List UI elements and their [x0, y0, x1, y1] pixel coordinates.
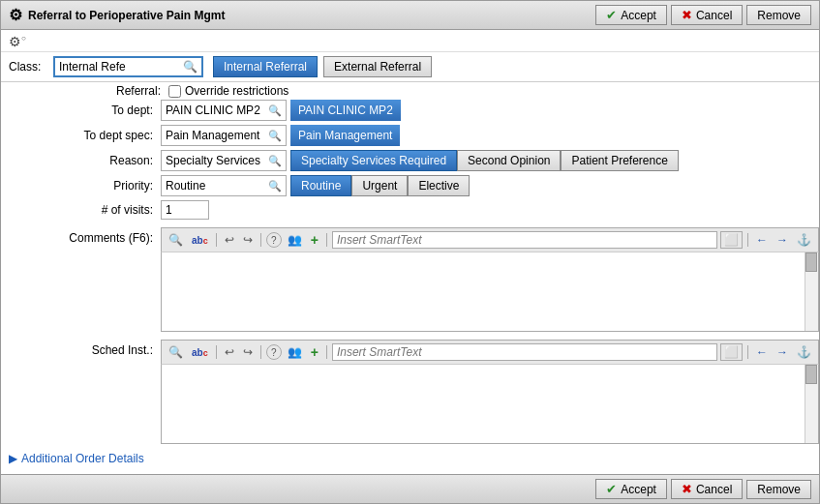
- toolbar-users-icon[interactable]: 👥: [285, 231, 305, 249]
- class-row: Class: 🔍 Internal Referral External Refe…: [1, 52, 819, 82]
- cancel-button-bottom[interactable]: ✖ Cancel: [671, 479, 743, 499]
- remove-button-bottom[interactable]: Remove: [746, 480, 811, 499]
- cancel-button-top[interactable]: ✖ Cancel: [671, 5, 743, 25]
- sched-toolbar-copy-icon[interactable]: ⬜: [720, 343, 743, 361]
- toolbar-divider-4: [747, 233, 748, 247]
- accept-check-icon: ✔: [606, 8, 617, 22]
- comments-label: Comments (F6):: [1, 227, 161, 245]
- title-bar-buttons: ✔ Accept ✖ Cancel Remove: [595, 5, 811, 25]
- comments-text-area[interactable]: [161, 252, 819, 332]
- title-bar: ⚙ Referral to Perioperative Pain Mgmt ✔ …: [1, 1, 819, 30]
- window-title: Referral to Perioperative Pain Mgmt: [28, 9, 225, 22]
- toolbar-arrow-left-icon[interactable]: ←: [753, 231, 771, 249]
- sched-toolbar-undo-icon[interactable]: ↩: [222, 343, 237, 361]
- visits-label: # of visits:: [1, 203, 161, 217]
- to-dept-spec-search-icon: 🔍: [268, 130, 282, 142]
- referral-label: Referral:: [9, 84, 168, 98]
- sched-toolbar-arrow-left-icon[interactable]: ←: [753, 343, 771, 361]
- priority-label: Priority:: [1, 179, 161, 193]
- accept-button-bottom[interactable]: ✔ Accept: [595, 479, 667, 499]
- sched-toolbar-zoom-icon[interactable]: 🔍: [166, 343, 186, 361]
- additional-order-label: Additional Order Details: [21, 452, 144, 465]
- sched-toolbar-text-icon[interactable]: abc: [189, 345, 211, 360]
- referral-row: Referral: Override restrictions: [1, 82, 819, 100]
- toolbar-divider-2: [260, 233, 261, 247]
- sched-toolbar-redo-icon[interactable]: ↪: [240, 343, 256, 361]
- urgent-button[interactable]: Urgent: [351, 175, 408, 196]
- sched-toolbar-divider-4: [747, 345, 748, 359]
- settings-small-icon: ⚙○: [9, 34, 26, 49]
- priority-search-icon: 🔍: [268, 180, 282, 193]
- cancel-x-icon-bottom: ✖: [682, 482, 692, 496]
- routine-button[interactable]: Routine: [290, 175, 351, 196]
- reason-input[interactable]: Specialty Services 🔍: [161, 150, 287, 171]
- sched-toolbar-divider-2: [260, 345, 261, 359]
- content-area: ⚙○ Class: 🔍 Internal Referral External R…: [1, 30, 819, 474]
- patient-preference-button[interactable]: Patient Preference: [561, 150, 678, 171]
- toolbar-undo-icon[interactable]: ↩: [222, 231, 237, 249]
- sched-inst-scroll-thumb: [805, 365, 817, 384]
- search-icon: 🔍: [183, 60, 197, 74]
- override-label: Override restrictions: [185, 84, 289, 98]
- sched-toolbar-help-icon[interactable]: ?: [266, 344, 282, 360]
- sched-toolbar-anchor-icon[interactable]: ⚓: [794, 343, 814, 361]
- override-checkbox[interactable]: [168, 85, 181, 98]
- additional-order-details[interactable]: ▶ Additional Order Details: [1, 448, 819, 469]
- sched-toolbar-divider-3: [326, 345, 327, 359]
- sched-toolbar-arrow-right-icon[interactable]: →: [774, 343, 791, 361]
- accept-button-top[interactable]: ✔ Accept: [595, 5, 667, 25]
- remove-button-top[interactable]: Remove: [746, 5, 811, 25]
- sched-inst-smarttext-input[interactable]: [332, 343, 717, 361]
- priority-input[interactable]: Routine 🔍: [161, 175, 287, 196]
- sched-inst-toolbar: 🔍 abc ↩ ↪ ? 👥 + ⬜ ← → ⚓: [161, 340, 819, 365]
- visits-row: # of visits:: [1, 200, 819, 220]
- comments-toolbar: 🔍 abc ↩ ↪ ? 👥 + ⬜ ← → ⚓: [161, 227, 819, 252]
- internal-referral-button[interactable]: Internal Referral: [213, 56, 318, 77]
- comments-scrollbar[interactable]: [805, 252, 818, 331]
- cancel-x-icon: ✖: [682, 8, 692, 22]
- sched-toolbar-divider-1: [216, 345, 217, 359]
- toolbar-redo-icon[interactable]: ↪: [240, 231, 256, 249]
- to-dept-row: To dept: PAIN CLINIC MP2 🔍 PAIN CLINIC M…: [1, 100, 819, 121]
- chevron-right-icon: ▶: [9, 452, 17, 465]
- sched-inst-container: 🔍 abc ↩ ↪ ? 👥 + ⬜ ← → ⚓: [161, 340, 819, 444]
- reason-search-icon: 🔍: [268, 155, 282, 167]
- visits-input[interactable]: [161, 200, 209, 220]
- toolbar-text-icon[interactable]: abc: [189, 233, 211, 248]
- class-input-wrapper: 🔍: [53, 56, 203, 77]
- elective-button[interactable]: Elective: [408, 175, 470, 196]
- toolbar-help-icon[interactable]: ?: [266, 232, 282, 248]
- sched-inst-scrollbar[interactable]: [805, 365, 818, 443]
- reason-label: Reason:: [1, 154, 161, 167]
- toolbar-divider-3: [326, 233, 327, 247]
- comments-scroll-thumb: [805, 252, 817, 272]
- toolbar-anchor-icon[interactable]: ⚓: [794, 231, 814, 249]
- reason-row: Reason: Specialty Services 🔍 Specialty S…: [1, 150, 819, 171]
- to-dept-btn[interactable]: PAIN CLINIC MP2: [290, 100, 401, 121]
- sched-inst-text-area[interactable]: [161, 365, 819, 444]
- to-dept-spec-label: To dept spec:: [1, 129, 161, 142]
- icon-row: ⚙○: [1, 30, 819, 52]
- toolbar-arrow-right-icon[interactable]: →: [774, 231, 791, 249]
- title-bar-left: ⚙ Referral to Perioperative Pain Mgmt: [9, 6, 225, 24]
- toolbar-copy-icon[interactable]: ⬜: [720, 231, 743, 249]
- toolbar-zoom-icon[interactable]: 🔍: [166, 231, 186, 249]
- settings-icon: ⚙: [9, 6, 22, 24]
- second-opinion-button[interactable]: Second Opinion: [457, 150, 561, 171]
- to-dept-input[interactable]: PAIN CLINIC MP2 🔍: [161, 100, 287, 121]
- comments-smarttext-input[interactable]: [332, 231, 717, 249]
- comments-container: 🔍 abc ↩ ↪ ? 👥 + ⬜ ← → ⚓: [161, 227, 819, 332]
- toolbar-divider-1: [216, 233, 217, 247]
- to-dept-label: To dept:: [1, 104, 161, 117]
- external-referral-button[interactable]: External Referral: [323, 56, 432, 77]
- sched-toolbar-add-icon[interactable]: +: [308, 342, 321, 362]
- specialty-services-button[interactable]: Specialty Services Required: [290, 150, 457, 171]
- class-input[interactable]: [59, 60, 166, 74]
- accept-check-icon-bottom: ✔: [606, 482, 617, 496]
- toolbar-add-icon[interactable]: +: [308, 230, 321, 250]
- to-dept-spec-input[interactable]: Pain Management 🔍: [161, 125, 287, 146]
- to-dept-spec-btn[interactable]: Pain Management: [290, 125, 400, 146]
- to-dept-search-icon: 🔍: [268, 104, 282, 117]
- bottom-bar: ✔ Accept ✖ Cancel Remove: [1, 474, 819, 503]
- sched-toolbar-users-icon[interactable]: 👥: [285, 343, 305, 361]
